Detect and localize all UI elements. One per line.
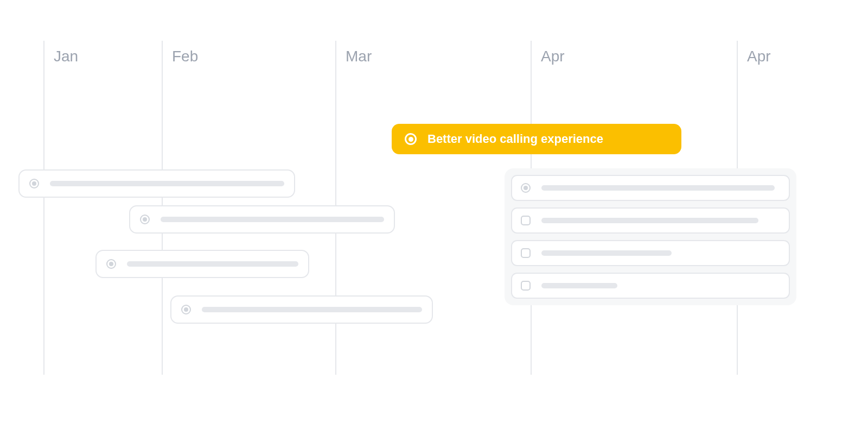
roadmap-group-item[interactable] — [511, 240, 790, 266]
radio-icon — [181, 305, 191, 314]
checkbox-icon — [521, 248, 531, 258]
radio-icon — [29, 179, 39, 188]
roadmap-group-item[interactable] — [511, 207, 790, 234]
skeleton-line — [50, 181, 284, 186]
skeleton-line — [541, 185, 775, 191]
roadmap-item-skeleton[interactable] — [170, 295, 433, 324]
roadmap-item-highlighted[interactable]: Better video calling experience — [392, 124, 681, 154]
month-column-jan — [43, 41, 44, 375]
radio-selected-icon — [405, 133, 417, 145]
skeleton-line — [541, 283, 617, 288]
month-label-feb: Feb — [172, 48, 198, 65]
roadmap-item-skeleton[interactable] — [18, 169, 295, 198]
skeleton-line — [541, 218, 758, 223]
checkbox-icon — [521, 281, 531, 291]
month-label-apr-2: Apr — [747, 48, 771, 65]
radio-icon — [106, 259, 116, 269]
roadmap-group-item[interactable] — [511, 175, 790, 201]
timeline-container: Jan Feb Mar Apr Apr Better video calling… — [0, 0, 868, 441]
radio-icon — [140, 215, 150, 224]
skeleton-line — [127, 261, 298, 267]
skeleton-line — [541, 250, 672, 256]
month-label-mar: Mar — [346, 48, 372, 65]
roadmap-item-skeleton[interactable] — [129, 205, 395, 234]
radio-icon — [521, 183, 531, 193]
roadmap-item-skeleton[interactable] — [95, 250, 309, 278]
checkbox-icon — [521, 216, 531, 225]
month-label-apr-1: Apr — [541, 48, 565, 65]
skeleton-line — [202, 307, 422, 312]
roadmap-group-item[interactable] — [511, 273, 790, 299]
skeleton-line — [161, 217, 384, 222]
roadmap-item-label: Better video calling experience — [427, 132, 603, 146]
roadmap-group — [505, 168, 796, 305]
month-label-jan: Jan — [54, 48, 78, 65]
